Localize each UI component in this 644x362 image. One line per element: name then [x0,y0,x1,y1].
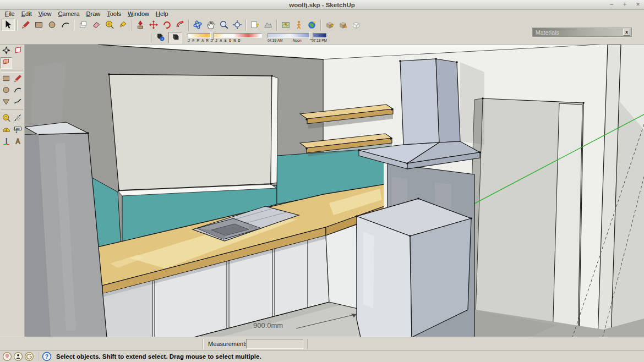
title-bar[interactable]: woolfj.skp - SketchUp −+× [0,0,644,10]
share-model-icon [338,20,348,30]
pan-icon [206,20,216,30]
rectangle-tool-button[interactable] [32,19,46,31]
viewport-canvas[interactable]: 900.0mm [25,45,644,337]
arc-icon [13,85,23,97]
toolbar-separator [17,19,18,30]
toolbar-separator [276,19,277,30]
move-icon [149,20,159,30]
toggle-terrain-tool-button[interactable] [261,19,275,31]
measurements-bar: Measurements [0,337,644,350]
3d-text-tool-button[interactable] [12,136,24,148]
dimension-icon [13,113,23,125]
orbit-icon [193,20,203,30]
eraser-tool-button[interactable] [90,19,103,31]
toolbar-separator [188,19,189,30]
paint-bucket-tool-button[interactable] [116,19,129,31]
sandbox-person-icon [294,20,304,30]
line-tool-button[interactable] [19,19,32,31]
toolbar-separator [131,19,132,30]
arc-tool-button[interactable] [12,85,24,97]
add-location-tool-button[interactable] [279,19,292,31]
axes-tool-button[interactable] [1,136,12,148]
toggle-shadows-button[interactable] [168,32,182,43]
get-current-view-icon [250,20,260,30]
shadow-settings-button[interactable]: i [153,32,167,43]
walk-person-tool-button[interactable] [292,19,305,31]
menu-edit[interactable]: Edit [18,10,35,18]
pan-tool-button[interactable] [204,19,217,31]
component-tool-button[interactable] [350,19,363,31]
section-plane-icon [13,46,23,57]
menu-file[interactable]: File [2,10,18,18]
walk-compass-tool-button[interactable] [1,46,12,57]
dimension-tool-button[interactable] [12,113,24,125]
credit-attribution-status-icon[interactable] [13,352,23,361]
close-button[interactable]: × [634,0,642,10]
select-tool-button[interactable] [2,19,15,31]
tape-measure-tool-button[interactable] [1,113,12,125]
menu-window[interactable]: Window [124,10,152,18]
circle-tan-icon [47,20,57,30]
time-slider-handle[interactable] [309,32,313,40]
viewport[interactable]: 900.0mm [25,45,644,337]
share-model-tool-button[interactable] [336,19,350,31]
palette-separator [1,109,23,112]
zoom-extents-icon [232,20,242,30]
get-current-view-tool-button[interactable] [248,19,261,31]
zoom-tool-button[interactable] [217,19,231,31]
sign-in-status-icon[interactable] [24,352,34,361]
eraser-icon [91,20,101,30]
kitchen-window[interactable] [109,74,278,196]
zoom-extents-tool-button[interactable] [231,19,244,31]
circle-tool-button[interactable] [46,19,59,31]
dimension-label: 900.0mm [253,321,283,330]
maximize-button[interactable]: + [621,0,629,10]
freehand-tool-button[interactable] [12,97,24,108]
offset-icon [175,20,185,30]
geolocation-status-icon[interactable] [2,352,12,361]
get-models-tool-button[interactable] [323,19,336,31]
materials-panel[interactable]: Materials x [532,28,632,37]
menu-view[interactable]: View [35,10,55,18]
menu-tools[interactable]: Tools [103,10,124,18]
rectangle-tan-icon [34,20,44,30]
toolbar-separator [245,19,247,30]
make-component-tool-button[interactable] [77,19,90,31]
tape-measure-icon [105,20,114,30]
help-icon[interactable]: ? [42,352,52,361]
arc-tool-button[interactable] [59,19,72,31]
terrain-icon [263,20,273,30]
text-abc-icon: ABC [13,125,23,136]
minimize-button[interactable]: − [608,0,615,10]
orbit-tool-button[interactable] [191,19,204,31]
palette-separator [1,70,23,73]
section-plane-tool-button[interactable] [12,46,24,57]
rectangle-tool-button[interactable] [1,74,12,85]
menu-help[interactable]: Help [152,10,172,18]
svg-text:ABC: ABC [15,128,20,130]
circle-tool-button[interactable] [1,85,12,97]
google-earth-tool-button[interactable] [305,19,319,31]
bar-groove [203,339,204,349]
zoom-icon [219,20,229,30]
menu-camera[interactable]: Camera [54,10,83,18]
move-tool-button[interactable] [147,19,160,31]
protractor-tool-button[interactable] [1,125,12,136]
rotate-tool-button[interactable] [160,19,173,31]
fridge-box[interactable] [357,199,471,337]
date-slider-track[interactable] [188,33,262,38]
menu-draw[interactable]: Draw [83,10,104,18]
time-slider-track[interactable] [268,33,327,38]
push-pull-tool-button[interactable] [134,19,147,31]
axes-tool-icon [2,136,11,148]
text-tool-button[interactable]: ABC [12,125,24,136]
polygon-tool-button[interactable] [1,97,12,108]
door-opening[interactable] [468,98,583,337]
offset-tool-button[interactable] [173,19,187,31]
line-tool-button[interactable] [12,74,24,85]
date-slider-handle[interactable] [210,32,214,40]
measurements-input[interactable] [246,339,303,349]
tape-measure-tool-button[interactable] [103,19,116,31]
section-cut-display-tool-button[interactable] [1,57,12,69]
materials-close-button[interactable]: x [623,29,630,36]
